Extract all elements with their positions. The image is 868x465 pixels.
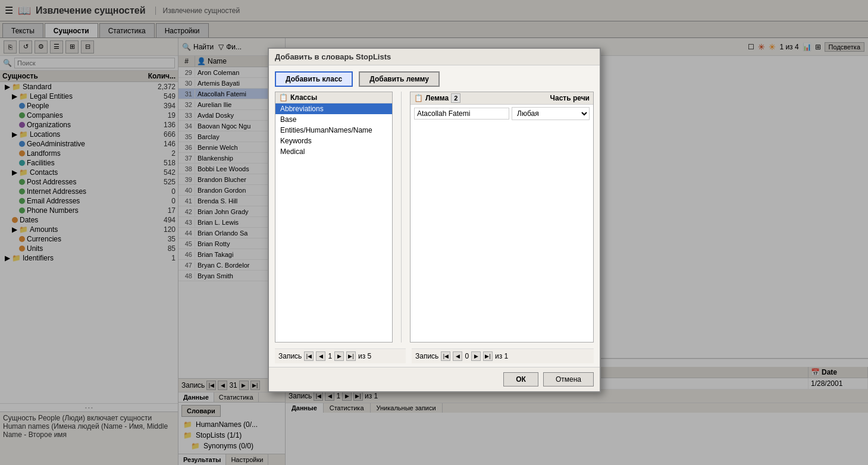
left-nav-row: Запись |◀ ◀ 1 ▶ ▶| из 5 <box>275 348 406 363</box>
left-nav-label: Запись <box>278 352 302 360</box>
right-nav-last2[interactable]: ▶| <box>483 351 493 361</box>
modal-left-nav: Запись |◀ ◀ 1 ▶ ▶| из 5 <box>275 348 406 363</box>
left-nav-first[interactable]: |◀ <box>304 351 314 361</box>
modal-col-divider <box>401 92 402 343</box>
lemma-badge: 2 <box>451 93 460 103</box>
modal-body: Добавить класс Добавить лемму 📋 Классы A… <box>269 65 600 348</box>
class-item-medical[interactable]: Medical <box>275 146 392 157</box>
classes-col-header: 📋 Классы <box>275 92 392 103</box>
left-nav-next[interactable]: ▶ <box>334 351 344 361</box>
modal-dialog: Добавить в словарь StopLists Добавить кл… <box>268 48 601 392</box>
lemma-input[interactable] <box>414 108 509 120</box>
lemma-row: Любая Существительное Глагол Прилагатель… <box>411 105 593 122</box>
speech-select[interactable]: Любая Существительное Глагол Прилагатель… <box>512 107 590 120</box>
class-item-base[interactable]: Base <box>275 114 392 125</box>
lemma-col-header: 📋 Лемма 2 Часть речи <box>411 92 593 105</box>
modal-top-buttons: Добавить класс Добавить лемму <box>275 71 594 87</box>
right-nav-next2[interactable]: ▶ <box>471 351 481 361</box>
modal-title: Добавить в словарь StopLists <box>269 49 600 65</box>
modal-cancel-button[interactable]: Отмена <box>543 372 594 387</box>
add-lemma-button[interactable]: Добавить лемму <box>359 71 440 87</box>
right-nav-total2: из 1 <box>495 352 508 360</box>
lemma-col-label: Лемма <box>425 94 449 102</box>
lemma-content: Любая Существительное Глагол Прилагатель… <box>411 105 593 342</box>
modal-right-nav: Запись |◀ ◀ 0 ▶ ▶| из 1 <box>412 348 594 363</box>
left-nav-current: 1 <box>328 352 332 360</box>
classes-list: Abbreviations Base Entities/HumanNames/N… <box>275 103 392 342</box>
left-nav-total: из 5 <box>358 352 371 360</box>
modal-classes-col: 📋 Классы Abbreviations Base Entities/Hum… <box>275 92 393 343</box>
left-nav-prev[interactable]: ◀ <box>316 351 325 361</box>
add-class-button[interactable]: Добавить класс <box>275 71 353 87</box>
lemma-icon: 📋 <box>414 94 423 102</box>
left-nav-last[interactable]: ▶| <box>346 351 356 361</box>
modal-columns: 📋 Классы Abbreviations Base Entities/Hum… <box>275 92 594 343</box>
modal-lemma-col: 📋 Лемма 2 Часть речи Любая Существительн… <box>410 92 594 343</box>
classes-icon: 📋 <box>279 93 288 102</box>
modal-ok-button[interactable]: ОК <box>503 372 538 387</box>
right-nav-first2[interactable]: |◀ <box>441 351 450 361</box>
class-item-entities[interactable]: Entities/HumanNames/Name <box>275 125 392 136</box>
modal-overlay: Добавить в словарь StopLists Добавить кл… <box>0 0 868 465</box>
classes-label: Классы <box>290 93 317 102</box>
modal-footer: ОК Отмена <box>269 367 600 391</box>
class-item-abbrev[interactable]: Abbreviations <box>275 103 392 114</box>
modal-nav-section: Запись |◀ ◀ 1 ▶ ▶| из 5 Запись |◀ ◀ 0 ▶ … <box>269 348 600 367</box>
right-nav-label2: Запись <box>415 352 438 360</box>
right-nav-row: Запись |◀ ◀ 0 ▶ ▶| из 1 <box>412 348 594 363</box>
right-nav-prev2[interactable]: ◀ <box>453 351 462 361</box>
right-nav-current2: 0 <box>465 352 469 360</box>
speech-col-label: Часть речи <box>550 94 590 102</box>
class-item-keywords[interactable]: Keywords <box>275 136 392 146</box>
